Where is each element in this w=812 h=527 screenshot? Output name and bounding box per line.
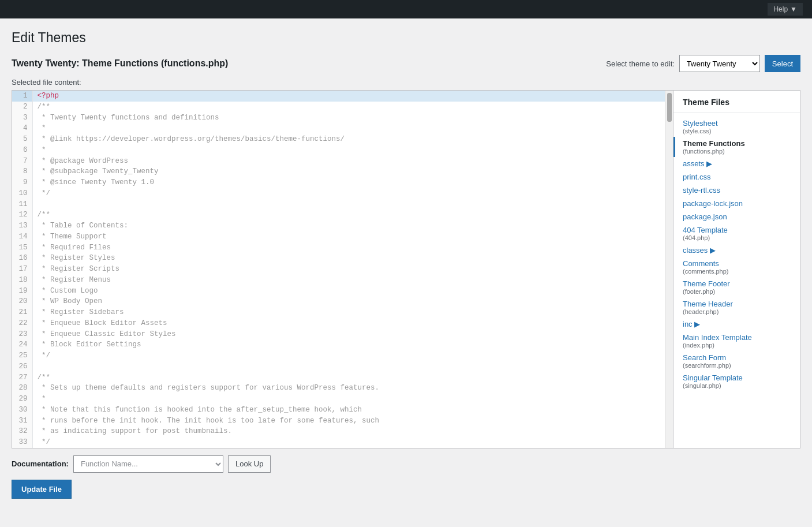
line-number: 16 — [12, 253, 32, 264]
folder-item[interactable]: assets ▶ — [673, 157, 800, 170]
line-number: 17 — [12, 264, 32, 275]
line-number: 23 — [12, 329, 32, 340]
file-link[interactable]: package.json — [673, 210, 800, 223]
line-code: * Register Styles — [32, 253, 665, 264]
file-link-sub: (singular.php) — [683, 382, 791, 389]
file-link-sub: (style.css) — [683, 128, 791, 134]
line-code: * Required Files — [32, 242, 665, 253]
line-code: * WP Body Open — [32, 296, 665, 307]
file-link[interactable]: Theme Functions(functions.php) — [673, 137, 800, 157]
help-chevron: ▼ — [790, 5, 797, 13]
line-code: * Twenty Twenty functions and definition… — [32, 113, 665, 124]
line-number: 20 — [12, 296, 32, 307]
file-link-sub: (404.php) — [683, 234, 791, 241]
line-code: */ — [32, 437, 665, 448]
theme-files-list[interactable]: Stylesheet(style.css)Theme Functions(fun… — [673, 113, 800, 448]
line-number: 6 — [12, 145, 32, 156]
file-link[interactable]: Main Index Template(index.php) — [673, 331, 800, 351]
line-code: <?php — [32, 91, 665, 102]
line-number: 28 — [12, 383, 32, 394]
line-number: 8 — [12, 166, 32, 177]
line-code: /** — [32, 210, 665, 220]
file-link-label: Singular Template — [683, 373, 743, 382]
line-code: * — [32, 394, 665, 405]
file-link-label: style-rtl.css — [683, 186, 720, 195]
file-link[interactable]: Theme Header(header.php) — [673, 297, 800, 317]
file-link[interactable]: 404 Template(404.php) — [673, 223, 800, 244]
file-link-label: Search Form — [683, 353, 726, 362]
file-link-sub: (comments.php) — [683, 268, 791, 275]
line-number: 15 — [12, 242, 32, 253]
file-link[interactable]: Theme Footer(footer.php) — [673, 277, 800, 297]
file-link[interactable]: style-rtl.css — [673, 184, 800, 197]
file-link-label: print.css — [683, 173, 710, 181]
line-number: 29 — [12, 394, 32, 405]
line-number: 9 — [12, 177, 32, 188]
line-number: 13 — [12, 220, 32, 231]
file-title: Twenty Twenty: Theme Functions (function… — [12, 58, 228, 69]
theme-files-title: Theme Files — [673, 91, 800, 113]
line-number: 25 — [12, 350, 32, 361]
file-link-label: package-lock.json — [683, 199, 743, 208]
line-number: 33 — [12, 437, 32, 448]
line-number: 3 — [12, 113, 32, 124]
help-button[interactable]: Help ▼ — [768, 3, 803, 16]
line-code: * Block Editor Settings — [32, 339, 665, 350]
line-number: 14 — [12, 231, 32, 242]
line-number: 18 — [12, 275, 32, 286]
line-code: * Enqueue Block Editor Assets — [32, 318, 665, 329]
theme-selector-label: Select theme to edit: — [606, 59, 675, 68]
line-number: 12 — [12, 210, 32, 220]
line-number: 4 — [12, 123, 32, 134]
file-link[interactable]: package-lock.json — [673, 197, 800, 210]
line-code: */ — [32, 188, 665, 199]
line-code: * Theme Support — [32, 231, 665, 242]
file-link[interactable]: Stylesheet(style.css) — [673, 117, 800, 137]
update-file-button[interactable]: Update File — [12, 480, 72, 499]
line-number: 19 — [12, 286, 32, 297]
line-code: * as indicating support for post thumbna… — [32, 426, 665, 437]
file-link-label: Theme Footer — [683, 279, 730, 288]
theme-select-dropdown[interactable]: Twenty Twenty — [679, 55, 760, 72]
file-link-sub: (functions.php) — [683, 148, 791, 155]
line-code: /** — [32, 372, 665, 383]
line-number: 30 — [12, 405, 32, 416]
look-up-button[interactable]: Look Up — [228, 455, 271, 473]
folder-item[interactable]: inc ▶ — [673, 317, 800, 331]
doc-select[interactable]: Function Name... — [73, 455, 223, 473]
line-number: 31 — [12, 416, 32, 427]
theme-files-panel: Theme Files Stylesheet(style.css)Theme F… — [673, 91, 800, 448]
line-number: 11 — [12, 199, 32, 210]
file-link-label: Theme Functions — [683, 139, 745, 148]
file-link[interactable]: Search Form(searchform.php) — [673, 351, 800, 371]
bottom-bar: Documentation: Function Name... Look Up … — [12, 448, 800, 508]
line-code: * Table of Contents: — [32, 220, 665, 231]
doc-label: Documentation: — [12, 459, 69, 468]
file-link-label: 404 Template — [683, 226, 728, 234]
line-number: 24 — [12, 339, 32, 350]
file-link[interactable]: Comments(comments.php) — [673, 257, 800, 277]
line-code: */ — [32, 350, 665, 361]
file-link-sub: (footer.php) — [683, 288, 791, 295]
line-code: * @package WordPress — [32, 156, 665, 167]
file-link[interactable]: Singular Template(singular.php) — [673, 371, 800, 391]
line-number: 5 — [12, 134, 32, 145]
editor-scrollbar[interactable] — [665, 91, 673, 448]
line-code: * Register Menus — [32, 275, 665, 286]
line-code: * Register Sidebars — [32, 307, 665, 318]
line-code: * — [32, 145, 665, 156]
select-button[interactable]: Select — [765, 55, 800, 72]
file-link-sub: (index.php) — [683, 342, 791, 349]
line-code: /** — [32, 102, 665, 113]
top-bar: Help ▼ — [0, 0, 812, 18]
line-code — [32, 361, 665, 372]
code-editor[interactable]: 1<?php2/**3 * Twenty Twenty functions an… — [12, 91, 665, 448]
folder-item[interactable]: classes ▶ — [673, 244, 800, 257]
line-code: * @since Twenty Twenty 1.0 — [32, 177, 665, 188]
line-code: * runs before the init hook. The init ho… — [32, 416, 665, 427]
help-label: Help — [773, 5, 788, 13]
file-link[interactable]: print.css — [673, 170, 800, 184]
code-table: 1<?php2/**3 * Twenty Twenty functions an… — [12, 91, 665, 448]
line-number: 26 — [12, 361, 32, 372]
line-code: * — [32, 123, 665, 134]
